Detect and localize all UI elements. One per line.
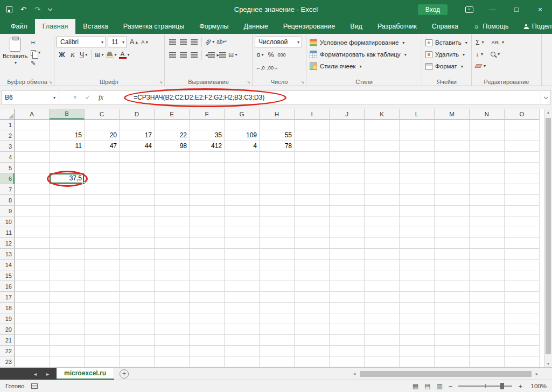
cell-A15[interactable] [15, 270, 50, 281]
cell-I7[interactable] [295, 184, 330, 195]
cell-A22[interactable] [15, 346, 50, 356]
row-header-17[interactable]: 17 [0, 292, 15, 303]
cell-G13[interactable] [225, 249, 260, 260]
cell-L17[interactable] [400, 292, 435, 303]
cell-A11[interactable] [15, 227, 50, 238]
cell-G5[interactable] [225, 163, 260, 173]
cell-B14[interactable] [50, 260, 85, 270]
cell-D19[interactable] [120, 313, 155, 324]
cell-B18[interactable] [50, 303, 85, 313]
cell-A8[interactable] [15, 195, 50, 206]
cell-F8[interactable] [190, 195, 225, 206]
cell-H5[interactable] [260, 163, 295, 173]
cell-L14[interactable] [400, 260, 435, 270]
cell-D18[interactable] [120, 303, 155, 313]
italic-button[interactable]: К [67, 50, 78, 60]
cell-E4[interactable] [155, 152, 190, 163]
cell-H2[interactable]: 55 [260, 130, 295, 141]
cell-K8[interactable] [365, 195, 400, 206]
cell-A14[interactable] [15, 260, 50, 270]
underline-button[interactable]: Ч▾ [78, 50, 89, 60]
cell-M19[interactable] [435, 313, 470, 324]
cell-E16[interactable] [155, 281, 190, 292]
cell-I17[interactable] [295, 292, 330, 303]
fill-button[interactable]: ↓▾ [474, 49, 485, 59]
row-header-16[interactable]: 16 [0, 281, 15, 292]
merge-center-button[interactable]: ⊟▾ [227, 50, 239, 60]
cell-K15[interactable] [365, 270, 400, 281]
orientation-button[interactable]: ab▾ [204, 37, 215, 47]
cell-K21[interactable] [365, 335, 400, 346]
row-header-21[interactable]: 21 [0, 335, 15, 346]
cell-D17[interactable] [120, 292, 155, 303]
decrease-decimal-button[interactable]: ,00→ [266, 62, 280, 73]
cell-D14[interactable] [120, 260, 155, 270]
cell-C10[interactable] [85, 216, 120, 227]
cell-C13[interactable] [85, 249, 120, 260]
cell-J21[interactable] [330, 335, 365, 346]
tab-help-reference[interactable]: Справка [424, 19, 466, 34]
cell-F22[interactable] [190, 346, 225, 356]
cell-H12[interactable] [260, 238, 295, 249]
cell-M6[interactable] [435, 173, 470, 184]
cell-O1[interactable] [505, 120, 540, 130]
cell-I1[interactable] [295, 120, 330, 130]
cell-L15[interactable] [400, 270, 435, 281]
cell-H15[interactable] [260, 270, 295, 281]
column-header-C[interactable]: C [85, 109, 120, 120]
cell-F15[interactable] [190, 270, 225, 281]
cell-I19[interactable] [295, 313, 330, 324]
cell-O22[interactable] [505, 346, 540, 356]
cell-M12[interactable] [435, 238, 470, 249]
cell-C2[interactable]: 20 [85, 130, 120, 141]
cell-D22[interactable] [120, 346, 155, 356]
cell-B8[interactable] [50, 195, 85, 206]
cell-I15[interactable] [295, 270, 330, 281]
row-header-11[interactable]: 11 [0, 227, 15, 238]
cell-O17[interactable] [505, 292, 540, 303]
row-header-12[interactable]: 12 [0, 238, 15, 249]
cell-A13[interactable] [15, 249, 50, 260]
row-header-7[interactable]: 7 [0, 184, 15, 195]
cell-C16[interactable] [85, 281, 120, 292]
cell-H1[interactable] [260, 120, 295, 130]
cell-I12[interactable] [295, 238, 330, 249]
cell-K2[interactable] [365, 130, 400, 141]
cell-A5[interactable] [15, 163, 50, 173]
font-size-select[interactable]: 11 ▾ [108, 37, 127, 47]
save-button[interactable] [6, 6, 12, 12]
cell-K23[interactable] [365, 356, 400, 367]
cell-J3[interactable] [330, 141, 365, 152]
column-header-F[interactable]: F [190, 109, 225, 120]
cell-B7[interactable] [50, 184, 85, 195]
cell-M18[interactable] [435, 303, 470, 313]
cell-C11[interactable] [85, 227, 120, 238]
cell-G18[interactable] [225, 303, 260, 313]
column-header-E[interactable]: E [155, 109, 190, 120]
cell-F21[interactable] [190, 335, 225, 346]
prev-sheet-icon[interactable]: ◂ [34, 371, 37, 377]
cell-B12[interactable] [50, 238, 85, 249]
cell-O9[interactable] [505, 206, 540, 216]
cell-L5[interactable] [400, 163, 435, 173]
cell-A10[interactable] [15, 216, 50, 227]
cell-D10[interactable] [120, 216, 155, 227]
row-header-13[interactable]: 13 [0, 249, 15, 260]
cell-L16[interactable] [400, 281, 435, 292]
cell-I6[interactable] [295, 173, 330, 184]
cell-L18[interactable] [400, 303, 435, 313]
cell-C21[interactable] [85, 335, 120, 346]
cell-G11[interactable] [225, 227, 260, 238]
cell-A16[interactable] [15, 281, 50, 292]
cell-K1[interactable] [365, 120, 400, 130]
cell-E23[interactable] [155, 356, 190, 367]
cell-B2[interactable]: 15 [50, 130, 85, 141]
cell-O10[interactable] [505, 216, 540, 227]
next-sheet-icon[interactable]: ▸ [46, 371, 49, 377]
select-all-button[interactable] [0, 109, 15, 120]
cell-A9[interactable] [15, 206, 50, 216]
cell-E1[interactable] [155, 120, 190, 130]
increase-indent-button[interactable]: ▸ [216, 50, 228, 60]
name-box[interactable]: B6 ▾ [1, 90, 59, 104]
view-page-break-icon[interactable]: ▥ [436, 382, 442, 390]
